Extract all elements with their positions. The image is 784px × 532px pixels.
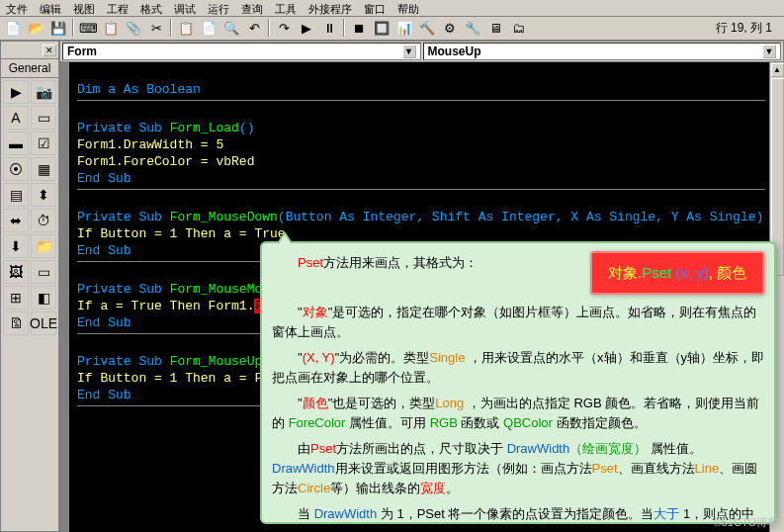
menu-bar: 文件编辑视图工程格式调试运行查询工具外接程序窗口帮助 xyxy=(0,0,784,17)
toolbox-control-13[interactable]: 📁 xyxy=(31,234,56,258)
menu-帮助[interactable]: 帮助 xyxy=(392,0,425,16)
toolbar-button-6[interactable]: ✂ xyxy=(145,19,167,39)
toolbar-button-4[interactable]: 📋 xyxy=(100,19,122,39)
toolbar-button-0[interactable]: 📄 xyxy=(2,19,24,39)
toolbox-control-3[interactable]: ▭ xyxy=(31,106,56,130)
watermark: ©51CTO博客 xyxy=(714,515,778,530)
menu-调试[interactable]: 调试 xyxy=(168,0,202,16)
scroll-up-icon[interactable]: ▲ xyxy=(771,63,784,77)
toolbox-control-12[interactable]: ⬇ xyxy=(3,234,29,258)
toolbar-button-21[interactable]: 🗂 xyxy=(507,19,529,39)
toolbar-button-20[interactable]: 🖥 xyxy=(484,19,506,39)
menu-查询[interactable]: 查询 xyxy=(235,0,269,16)
object-combo-value: Form xyxy=(67,44,97,58)
object-combo[interactable]: Form ▼ xyxy=(62,43,421,60)
toolbar-button-19[interactable]: 🔧 xyxy=(462,19,483,39)
menu-运行[interactable]: 运行 xyxy=(202,0,235,16)
toolbar-button-7[interactable]: 📋 xyxy=(175,19,197,39)
toolbar-button-16[interactable]: 📊 xyxy=(393,19,415,39)
toolbox-tab[interactable]: General xyxy=(1,59,58,78)
toolbar-button-8[interactable]: 📄 xyxy=(198,19,219,39)
procedure-combo[interactable]: MouseUp ▼ xyxy=(423,43,782,60)
toolbox-control-0[interactable]: ▶ xyxy=(3,80,29,104)
toolbar-button-11[interactable]: ↷ xyxy=(273,19,295,39)
toolbar-button-14[interactable]: ⏹ xyxy=(348,19,370,39)
procedure-combo-value: MouseUp xyxy=(428,44,481,58)
toolbar-button-12[interactable]: ▶ xyxy=(296,19,317,39)
toolbar-button-5[interactable]: 📎 xyxy=(123,19,144,39)
toolbox-control-8[interactable]: ▤ xyxy=(3,183,29,207)
chevron-down-icon[interactable]: ▼ xyxy=(762,44,776,58)
toolbar-button-2[interactable]: 💾 xyxy=(47,19,69,39)
toolbox-control-5[interactable]: ☑ xyxy=(31,132,56,155)
main-toolbar: 📄📂💾⌨📋📎✂📋📄🔍↶↷▶⏸⏹🔲📊🔨⚙🔧🖥🗂 行 19, 列 1 xyxy=(0,17,784,41)
toolbar-button-9[interactable]: 🔍 xyxy=(220,19,242,39)
toolbox-panel: ✕ General ▶📷A▭▬☑⦿▦▤⬍⬌⏱⬇📁🖼▭⊞◧🖻OLE xyxy=(0,41,59,532)
toolbox-control-11[interactable]: ⏱ xyxy=(31,209,56,232)
menu-编辑[interactable]: 编辑 xyxy=(34,0,67,16)
menu-外接程序[interactable]: 外接程序 xyxy=(303,0,358,16)
toolbox-control-6[interactable]: ⦿ xyxy=(3,157,29,181)
toolbox-control-18[interactable]: 🖻 xyxy=(3,311,29,335)
toolbox-control-15[interactable]: ▭ xyxy=(31,260,56,284)
syntax-example: 对象.Pset (x, y), 颜色 xyxy=(590,251,764,295)
close-icon[interactable]: ✕ xyxy=(43,44,56,56)
toolbox-control-4[interactable]: ▬ xyxy=(3,132,29,155)
toolbox-control-17[interactable]: ◧ xyxy=(31,286,56,310)
toolbox-control-10[interactable]: ⬌ xyxy=(3,209,29,232)
menu-工具[interactable]: 工具 xyxy=(269,0,303,16)
toolbar-button-1[interactable]: 📂 xyxy=(25,19,46,39)
toolbox-control-7[interactable]: ▦ xyxy=(31,157,56,181)
toolbox-control-14[interactable]: 🖼 xyxy=(3,260,29,284)
menu-格式[interactable]: 格式 xyxy=(134,0,168,16)
toolbar-button-3[interactable]: ⌨ xyxy=(77,19,99,39)
menu-视图[interactable]: 视图 xyxy=(67,0,101,16)
toolbox-control-2[interactable]: A xyxy=(3,106,29,130)
chevron-down-icon[interactable]: ▼ xyxy=(402,44,416,58)
toolbar-button-17[interactable]: 🔨 xyxy=(416,19,438,39)
toolbox-control-16[interactable]: ⊞ xyxy=(3,286,29,310)
menu-文件[interactable]: 文件 xyxy=(0,0,34,16)
cursor-position: 行 19, 列 1 xyxy=(706,20,782,37)
menu-工程[interactable]: 工程 xyxy=(101,0,134,16)
toolbox-control-19[interactable]: OLE xyxy=(31,311,56,335)
toolbox-control-9[interactable]: ⬍ xyxy=(31,183,56,207)
help-popup: 对象.Pset (x, y), 颜色 Pset方法用来画点，其格式为： "对象"… xyxy=(260,241,776,524)
toolbar-button-18[interactable]: ⚙ xyxy=(439,19,461,39)
menu-窗口[interactable]: 窗口 xyxy=(358,0,392,16)
toolbar-button-13[interactable]: ⏸ xyxy=(318,19,340,39)
toolbox-control-1[interactable]: 📷 xyxy=(31,80,56,104)
editor-margin xyxy=(59,62,69,532)
toolbar-button-10[interactable]: ↶ xyxy=(243,19,265,39)
toolbar-button-15[interactable]: 🔲 xyxy=(371,19,392,39)
